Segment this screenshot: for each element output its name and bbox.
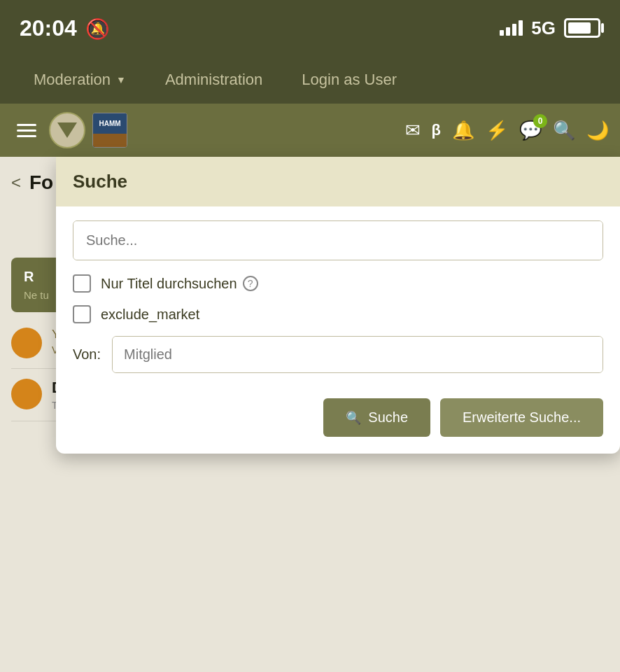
search-dropdown-body: Nur Titel durchsuchen ? exclude_market V…: [56, 206, 620, 387]
signal-bar-1: [500, 30, 504, 36]
exclude-market-label: exclude_market: [101, 307, 199, 323]
hamburger-line-2: [17, 130, 36, 132]
status-time-area: 20:04: [20, 15, 110, 41]
help-icon[interactable]: ?: [243, 276, 258, 291]
logo-triangle-shape: [57, 122, 77, 138]
exclude-market-checkbox-row: exclude_market: [73, 305, 603, 323]
status-right-area: 5G: [500, 18, 600, 39]
page-title: Fo: [29, 172, 53, 194]
search-dropdown-footer: 🔍 Suche Erweiterte Suche...: [56, 387, 620, 454]
lightning-icon[interactable]: ⚡: [486, 120, 508, 141]
back-arrow-icon[interactable]: <: [11, 173, 21, 192]
hamburger-line-3: [17, 135, 36, 137]
admin-nav-administration[interactable]: Administration: [146, 56, 282, 104]
search-dropdown-panel: Suche Nur Titel durchsuchen ? exclude_ma…: [56, 157, 620, 454]
avatar-image: HAMM: [93, 113, 127, 147]
moderation-dropdown-arrow: ▼: [116, 74, 126, 85]
search-submit-button[interactable]: 🔍 Suche: [323, 398, 430, 437]
search-panel-title: Suche: [73, 171, 127, 192]
admin-nav-login-as-user[interactable]: Login as User: [282, 56, 416, 104]
search-button-icon: 🔍: [346, 410, 361, 426]
clock-display: 20:04: [20, 15, 77, 41]
chat-badge: 0: [533, 114, 547, 128]
admin-nav-administration-label: Administration: [165, 71, 262, 89]
user-avatar[interactable]: HAMM: [92, 113, 127, 148]
silent-bell-icon: [85, 15, 110, 41]
signal-bar-2: [506, 27, 510, 36]
von-label: Von:: [73, 346, 101, 363]
von-row: Von:: [73, 336, 603, 373]
nav-icons-group: ✉ β 🔔 ⚡ 💬 0 🔍 🌙: [405, 120, 609, 141]
search-input-wrapper: [73, 220, 603, 260]
thread-icon-orange: [11, 328, 42, 358]
von-input-wrapper: [112, 336, 603, 373]
exclude-market-checkbox[interactable]: [73, 305, 91, 323]
forum-header-bar: HAMM ✉ β 🔔 ⚡ 💬 0 🔍 🌙 Suche Nur Tit: [0, 104, 620, 157]
thread-icon-2: [11, 379, 42, 410]
hamburger-menu-icon[interactable]: [11, 118, 42, 143]
admin-nav-moderation-label: Moderation: [34, 71, 111, 89]
search-dropdown-header: Suche: [56, 157, 620, 206]
network-label: 5G: [531, 18, 556, 39]
dark-mode-icon[interactable]: 🌙: [586, 120, 609, 141]
advanced-search-button[interactable]: Erweiterte Suche...: [440, 398, 603, 437]
chat-bubble-icon[interactable]: 💬 0: [519, 120, 542, 141]
mail-icon[interactable]: ✉: [405, 120, 421, 141]
battery-icon: [564, 18, 600, 38]
hamburger-line-1: [17, 124, 36, 126]
search-icon[interactable]: 🔍: [553, 120, 575, 141]
search-button-label: Suche: [368, 410, 408, 426]
admin-nav-login-as-user-label: Login as User: [302, 71, 397, 89]
search-text-input[interactable]: [73, 221, 603, 260]
title-only-label: Nur Titel durchsuchen ?: [101, 276, 258, 292]
admin-nav-bar: Moderation ▼ Administration Login as Use…: [0, 56, 620, 104]
title-only-checkbox[interactable]: [73, 274, 91, 293]
notifications-bell-icon[interactable]: 🔔: [452, 120, 474, 141]
forum-logo[interactable]: [49, 112, 85, 148]
signal-bar-4: [519, 20, 523, 36]
signal-bar-3: [512, 24, 516, 36]
beta-icon[interactable]: β: [432, 121, 441, 139]
advanced-search-label: Erweiterte Suche...: [463, 410, 581, 425]
von-member-input[interactable]: [113, 337, 603, 372]
signal-bars-icon: [500, 20, 523, 36]
status-bar: 20:04 5G: [0, 0, 620, 56]
battery-fill: [568, 22, 591, 34]
admin-nav-moderation[interactable]: Moderation ▼: [14, 56, 146, 104]
title-only-checkbox-row: Nur Titel durchsuchen ?: [73, 274, 603, 293]
